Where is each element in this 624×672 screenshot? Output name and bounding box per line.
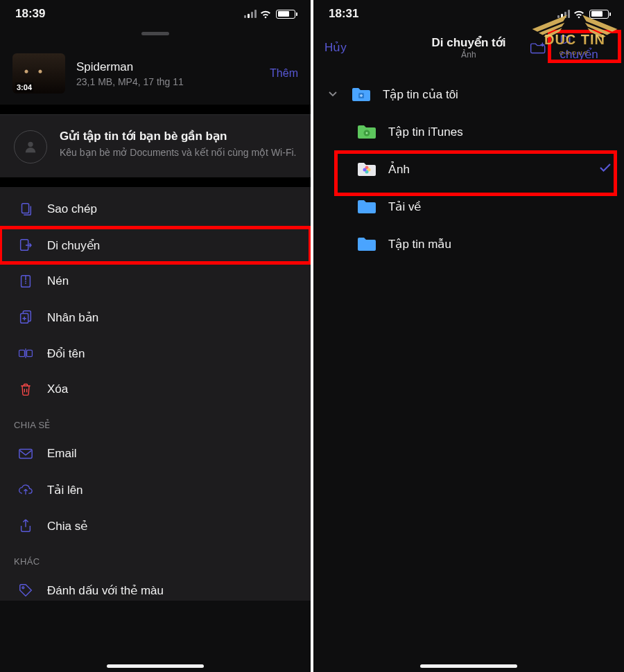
- svg-rect-6: [19, 450, 32, 459]
- phone-left: 18:39 3:04 Spiderman 23,1 MB, MP4, 17 th…: [0, 0, 311, 672]
- status-icons: [557, 10, 609, 19]
- sheet-grabber[interactable]: [141, 32, 169, 35]
- compress-icon: [18, 274, 33, 289]
- action-tag[interactable]: Đánh dấu với thẻ màu: [0, 572, 311, 601]
- status-bar: 18:39: [0, 0, 311, 25]
- nearby-desc: Kêu bạn bè mở Documents và kết nối cùng …: [60, 146, 296, 159]
- action-delete[interactable]: Xóa: [0, 371, 311, 407]
- action-label: Tải lên: [47, 483, 83, 497]
- svg-rect-4: [19, 350, 25, 356]
- action-label: Nén: [47, 274, 69, 288]
- battery-icon: [276, 10, 295, 19]
- folder-label: Tải về: [388, 200, 421, 214]
- new-folder-icon[interactable]: [530, 41, 546, 55]
- file-meta: 23,1 MB, MP4, 17 thg 11: [76, 76, 259, 87]
- action-share[interactable]: Chia sẻ: [0, 508, 311, 544]
- action-label: Xóa: [47, 382, 68, 396]
- email-icon: [18, 446, 33, 461]
- folder-row-samples[interactable]: Tập tin mẫu: [313, 225, 624, 263]
- folder-list: Tập tin của tôi Tập tin iTunes Ảnh Tải v…: [313, 67, 624, 263]
- cell-signal-icon: [244, 10, 257, 18]
- action-duplicate[interactable]: Nhân bản: [0, 299, 311, 335]
- action-menu: Sao chép Di chuyển Nén Nhân bản Đổi tên …: [0, 187, 311, 601]
- nearby-title: Gửi tập tin tới bạn bè gần bạn: [60, 129, 296, 143]
- svg-point-15: [363, 168, 367, 172]
- wifi-icon: [259, 10, 272, 19]
- status-icons: [244, 10, 295, 19]
- tag-icon: [18, 583, 33, 598]
- wifi-icon: [573, 10, 585, 19]
- action-label: Sao chép: [47, 202, 97, 216]
- file-name: Spiderman: [76, 60, 259, 74]
- share-icon: [18, 518, 33, 533]
- folder-label: Tập tin iTunes: [388, 125, 463, 139]
- action-label: Chia sẻ: [47, 519, 87, 533]
- cancel-button[interactable]: Hủy: [324, 41, 347, 54]
- battery-icon: [589, 10, 609, 19]
- svg-rect-0: [22, 204, 29, 213]
- action-label: Nhân bản: [47, 310, 98, 325]
- action-email[interactable]: Email: [0, 436, 311, 472]
- avatar-placeholder-icon: [14, 130, 47, 163]
- action-copy[interactable]: Sao chép: [0, 191, 311, 227]
- svg-point-10: [366, 132, 368, 134]
- action-move[interactable]: Di chuyển: [0, 227, 311, 263]
- svg-rect-5: [27, 350, 33, 356]
- other-section-label: KHÁC: [0, 544, 311, 572]
- video-duration: 3:04: [15, 82, 33, 92]
- action-upload[interactable]: Tải lên: [0, 472, 311, 508]
- folder-icon: [356, 198, 377, 215]
- more-button[interactable]: Thêm: [270, 67, 298, 80]
- status-time: 18:39: [15, 7, 45, 21]
- folder-icon: [351, 86, 372, 103]
- file-info-card: 3:04 Spiderman 23,1 MB, MP4, 17 thg 11 T…: [0, 48, 311, 105]
- action-rename[interactable]: Đổi tên: [0, 335, 311, 371]
- checkmark-icon: [599, 162, 612, 176]
- rename-icon: [18, 346, 33, 361]
- svg-point-7: [22, 587, 24, 589]
- video-thumbnail[interactable]: 3:04: [12, 53, 65, 94]
- home-indicator[interactable]: [420, 664, 517, 668]
- chevron-down-icon[interactable]: [326, 91, 340, 98]
- status-bar: 18:31: [313, 0, 624, 25]
- action-label: Email: [47, 447, 77, 461]
- folder-row-myfiles[interactable]: Tập tin của tôi: [313, 76, 624, 113]
- action-compress[interactable]: Nén: [0, 263, 311, 299]
- duplicate-icon: [18, 310, 33, 325]
- folder-row-downloads[interactable]: Tải về: [313, 188, 624, 225]
- copy-icon: [18, 202, 33, 217]
- folder-icon: [356, 123, 377, 140]
- home-indicator[interactable]: [107, 664, 204, 668]
- folder-icon: [356, 236, 377, 252]
- folder-label: Tập tin của tôi: [383, 87, 458, 102]
- navigation-bar: Hủy Di chuyển tới Ảnh Di chuyển: [313, 25, 624, 67]
- nav-title: Di chuyển tới: [408, 35, 530, 50]
- folder-label: Ảnh: [388, 162, 410, 177]
- cell-signal-icon: [557, 10, 570, 18]
- action-label: Di chuyển: [47, 238, 100, 253]
- share-section-label: CHIA SẺ: [0, 407, 311, 436]
- action-label: Đánh dấu với thẻ màu: [47, 583, 164, 598]
- nav-subtitle: Ảnh: [408, 50, 530, 60]
- upload-cloud-icon: [18, 482, 33, 497]
- folder-row-itunes[interactable]: Tập tin iTunes: [313, 113, 624, 150]
- folder-row-photos[interactable]: Ảnh: [313, 150, 624, 188]
- status-time: 18:31: [329, 7, 358, 21]
- nearby-share-card[interactable]: Gửi tập tin tới bạn bè gần bạn Kêu bạn b…: [0, 114, 311, 177]
- folder-label: Tập tin mẫu: [388, 237, 451, 251]
- phone-right: 18:31 Hủy Di chuyển tới Ảnh Di chuyển Tậ…: [313, 0, 624, 672]
- folder-icon: [356, 161, 377, 177]
- move-button[interactable]: Di chuyển: [554, 30, 613, 64]
- move-icon: [18, 238, 33, 253]
- action-label: Đổi tên: [47, 346, 85, 361]
- trash-icon: [18, 382, 33, 397]
